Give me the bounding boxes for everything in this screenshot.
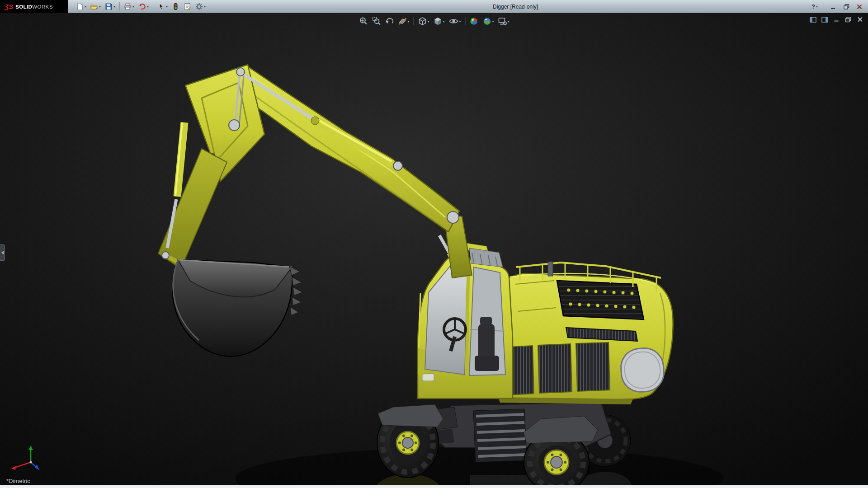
edit-appearance-icon [470, 17, 479, 26]
help-icon: ? [811, 3, 815, 10]
options-icon [195, 3, 203, 10]
restore-icon [845, 17, 851, 23]
minimize-document-button[interactable] [832, 15, 841, 23]
exhaust-stack [548, 262, 553, 276]
engine-housing[interactable] [497, 262, 673, 404]
undo-button[interactable] [137, 1, 151, 12]
dropdown-arrow-icon [407, 19, 409, 23]
toolbar-separator [153, 2, 153, 11]
dropdown-arrow-icon [147, 5, 149, 9]
save-button[interactable] [103, 1, 117, 12]
dropdown-arrow-icon [166, 5, 168, 9]
dropdown-arrow-icon [85, 5, 86, 9]
view-orientation-label: *Dimetric [6, 478, 30, 484]
digger-model-scene[interactable] [0, 13, 868, 485]
view-settings-icon [498, 17, 507, 26]
open-icon [90, 3, 98, 10]
restore-window-button[interactable] [840, 2, 852, 11]
window-controls: ? [809, 0, 865, 13]
dropdown-arrow-icon [132, 5, 134, 9]
document-window-controls [808, 15, 864, 23]
feature-manager-collapse-tab[interactable] [0, 244, 5, 261]
brand-solid: SOLID [15, 4, 32, 9]
cab-pillar [467, 265, 468, 375]
save-icon [105, 3, 113, 10]
headlight [422, 374, 434, 381]
dropdown-arrow-icon [816, 5, 818, 9]
orientation-triad [5, 442, 48, 478]
apply-scene-icon [483, 17, 492, 26]
toolbar-separator [465, 17, 466, 25]
split-pane-icon [810, 17, 816, 23]
previous-view-button[interactable] [383, 15, 395, 27]
rebuild-icon [172, 3, 179, 10]
view-settings-button[interactable] [497, 15, 511, 27]
file-properties-button[interactable] [182, 1, 193, 12]
toolbar-separator [824, 2, 824, 11]
engine-grille[interactable] [557, 281, 644, 319]
split-pane-button[interactable] [808, 15, 817, 23]
section-view-button[interactable] [396, 15, 410, 27]
rear-window[interactable] [620, 347, 665, 393]
zoom-to-area-icon [372, 17, 381, 26]
new-document-button[interactable] [74, 1, 88, 12]
split-pane-2-icon [821, 17, 828, 23]
open-button[interactable] [89, 1, 103, 12]
heads-up-view-toolbar [357, 15, 510, 27]
undo-icon [138, 3, 146, 10]
section-view-icon [398, 17, 407, 26]
dropdown-arrow-icon [99, 5, 101, 9]
dropdown-arrow-icon [204, 5, 206, 9]
new-document-icon [76, 3, 84, 10]
view-orientation-icon [418, 17, 427, 26]
close-window-button[interactable] [854, 2, 865, 11]
minimize-icon [830, 4, 836, 9]
edit-appearance-button[interactable] [468, 15, 480, 27]
dropdown-arrow-icon [492, 19, 494, 23]
file-properties-icon [184, 3, 191, 10]
dropdown-arrow-icon [459, 19, 461, 23]
brand-works: WORKS [32, 4, 52, 9]
restore-icon [844, 4, 849, 9]
rebuild-button[interactable] [170, 1, 181, 12]
side-louver [576, 343, 610, 391]
zoom-to-fit-button[interactable] [357, 15, 369, 27]
solidworks-logo: ƷS SOLIDWORKS [0, 0, 68, 13]
options-button[interactable] [193, 1, 208, 12]
select-icon [157, 3, 165, 10]
print-button[interactable] [122, 1, 136, 12]
view-orientation-button[interactable] [416, 15, 430, 27]
dropdown-arrow-icon [443, 19, 444, 23]
quick-access-toolbar [74, 1, 208, 12]
hide-show-items-icon [449, 17, 459, 26]
previous-view-icon [385, 17, 394, 26]
help-button[interactable]: ? [809, 2, 821, 11]
select-button[interactable] [156, 1, 170, 12]
display-style-icon [433, 17, 442, 26]
dropdown-arrow-icon [508, 19, 509, 23]
minimize-window-button[interactable] [827, 2, 839, 11]
close-document-button[interactable] [855, 15, 864, 23]
close-icon [857, 4, 862, 9]
restore-document-button[interactable] [844, 15, 853, 23]
hide-show-items-button[interactable] [448, 15, 462, 27]
toolbar-separator [119, 2, 120, 11]
status-bar [0, 485, 868, 488]
dropdown-arrow-icon [427, 19, 429, 23]
graphics-viewport[interactable]: *Dimetric [0, 13, 868, 485]
toolbar-separator [413, 17, 414, 25]
side-louver [538, 344, 572, 393]
dassault-logo-icon: ƷS [5, 3, 13, 10]
apply-scene-button[interactable] [481, 15, 495, 27]
print-icon [124, 3, 132, 10]
zoom-to-fit-icon [359, 17, 368, 26]
chevron-left-icon [1, 251, 4, 254]
zoom-to-area-button[interactable] [370, 15, 382, 27]
window-title: Digger [Read-only] [493, 0, 538, 13]
minimize-icon [834, 17, 840, 22]
split-pane-2-button[interactable] [820, 15, 829, 23]
dropdown-arrow-icon [113, 5, 115, 9]
title-bar: ƷS SOLIDWORKS [0, 0, 868, 13]
close-icon [857, 17, 863, 22]
display-style-button[interactable] [432, 15, 446, 27]
